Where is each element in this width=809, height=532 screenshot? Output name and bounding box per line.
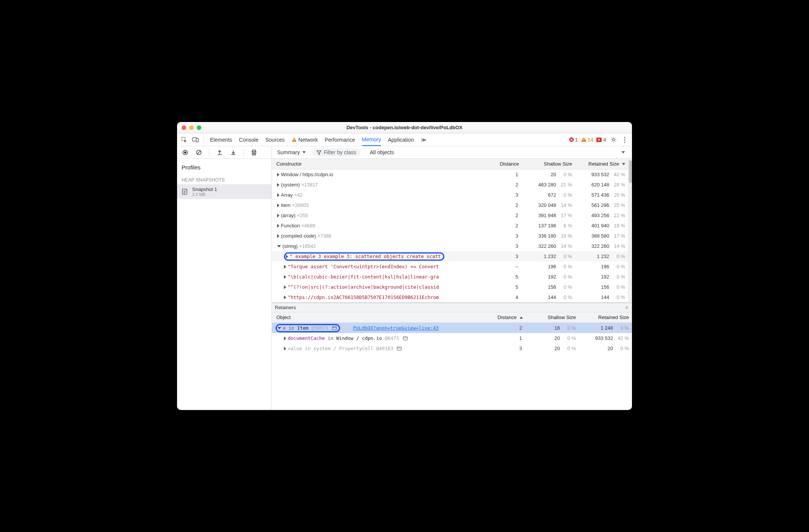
table-row[interactable]: Item ×200032320 04814 %561 29625 % bbox=[272, 200, 628, 210]
upload-icon[interactable] bbox=[215, 148, 224, 156]
warning-count[interactable]: 14 bbox=[581, 137, 594, 143]
chevron-right-icon bbox=[284, 336, 286, 340]
retainers-menu-icon[interactable]: ≡ bbox=[625, 305, 629, 310]
chevron-down-icon bbox=[278, 327, 281, 329]
col-retained[interactable]: Retained Size bbox=[574, 160, 627, 167]
cell-retained: 388 58017 % bbox=[574, 231, 627, 241]
row-label: (system) bbox=[281, 180, 300, 190]
chevron-down-icon[interactable] bbox=[622, 151, 625, 153]
zoom-window-button[interactable] bbox=[197, 125, 201, 130]
table-row[interactable]: " example 3 example 3: scattered objects… bbox=[272, 251, 628, 261]
table-row[interactable]: (string) ×165423322 26014 %322 26014 % bbox=[272, 241, 628, 251]
cell-distance: 3 bbox=[490, 231, 521, 241]
row-label: (array) bbox=[281, 211, 295, 221]
tab-console[interactable]: Console bbox=[239, 133, 258, 146]
cell-distance: 5 bbox=[490, 272, 521, 282]
table-row[interactable]: (compiled code) ×73863336 18015 %388 580… bbox=[272, 231, 628, 241]
tab-performance[interactable]: Performance bbox=[325, 133, 355, 146]
tab-label: Console bbox=[239, 137, 258, 143]
retainers-rows: x in Item @38071PoLdbOX?anon=true&view=l… bbox=[272, 323, 632, 354]
col-distance[interactable]: Distance bbox=[486, 314, 524, 321]
download-icon[interactable] bbox=[229, 148, 237, 156]
row-count: ×13817 bbox=[301, 180, 318, 190]
col-distance[interactable]: Distance bbox=[490, 160, 521, 167]
svg-rect-2 bbox=[196, 138, 199, 142]
svg-point-8 bbox=[624, 137, 625, 138]
table-row[interactable]: (array) ×2552391 94817 %493 25622 % bbox=[272, 210, 628, 221]
retainers-header: Object Distance Shallow Size Retained Si… bbox=[272, 312, 632, 323]
row-label: "\b(calc|cubic-bezier|fit-content|hsl|hs… bbox=[288, 272, 439, 282]
table-row[interactable]: "\b(calc|cubic-bezier|fit-content|hsl|hs… bbox=[272, 272, 628, 282]
cell-distance: 1 bbox=[490, 170, 521, 180]
cell-distance: 2 bbox=[486, 323, 524, 333]
inspect-icon[interactable] bbox=[180, 136, 188, 144]
cell-shallow: 200 % bbox=[521, 170, 574, 180]
tab-elements[interactable]: Elements bbox=[210, 133, 232, 146]
cell-distance: – bbox=[490, 262, 521, 272]
source-link[interactable]: PoLdbOX?anon=true&view=live:43 bbox=[353, 323, 439, 333]
warning-icon bbox=[581, 137, 586, 142]
kebab-menu-icon[interactable] bbox=[621, 136, 629, 144]
row-label: "https://cdpn.io2AC766158D5B7507E170156E… bbox=[288, 293, 439, 302]
table-row[interactable]: "Torque assert 'Convert<uintptr>(endInde… bbox=[272, 261, 628, 272]
row-label: "^(?!on|src|(?:action|archive|background… bbox=[288, 282, 439, 292]
tabs-overflow[interactable]: ≫ bbox=[421, 133, 426, 146]
table-row[interactable]: Function ×46892137 1966 %401 94018 % bbox=[272, 221, 628, 231]
error-count[interactable]: 1 bbox=[569, 137, 578, 143]
tab-application[interactable]: Application bbox=[388, 133, 414, 146]
frame-icon bbox=[397, 347, 401, 350]
retainer-row[interactable]: value in system / PropertyCell @40163320… bbox=[272, 343, 632, 354]
issue-icon: ✕ bbox=[596, 138, 602, 142]
table-row[interactable]: (system) ×138172463 28021 %620 14828 % bbox=[272, 180, 628, 190]
close-window-button[interactable] bbox=[182, 125, 186, 130]
row-label: Array bbox=[281, 190, 293, 200]
upper-area: Constructor Distance Shallow Size Retain… bbox=[272, 159, 632, 303]
cell-distance: 5 bbox=[490, 282, 521, 292]
retainers-title: Retainers bbox=[275, 305, 296, 310]
cell-distance: 3 bbox=[490, 190, 521, 200]
cell-retained: 200 % bbox=[577, 344, 630, 354]
col-shallow[interactable]: Shallow Size bbox=[521, 160, 574, 167]
cell-distance: 3 bbox=[486, 344, 524, 354]
row-label: Item bbox=[281, 200, 290, 210]
class-filter[interactable]: Filter by class bbox=[312, 148, 361, 156]
tab-network[interactable]: Network bbox=[292, 133, 318, 146]
col-object[interactable]: Object bbox=[275, 314, 486, 321]
perspective-select[interactable]: Summary bbox=[276, 149, 307, 156]
settings-icon[interactable] bbox=[609, 136, 618, 144]
chevron-right-icon bbox=[277, 183, 279, 187]
gc-icon[interactable] bbox=[250, 148, 258, 156]
tab-sources[interactable]: Sources bbox=[265, 133, 285, 146]
retainer-row[interactable]: documentCache in Window / cdpn.io @64731… bbox=[272, 333, 632, 343]
objects-select[interactable]: All objects bbox=[368, 149, 395, 156]
row-label: (string) bbox=[282, 241, 298, 251]
row-count: ×7386 bbox=[318, 231, 332, 241]
warning-icon bbox=[292, 137, 297, 142]
cell-shallow: 6720 % bbox=[521, 190, 574, 200]
scrollbar-thumb[interactable] bbox=[629, 160, 632, 183]
tab-memory[interactable]: Memory bbox=[362, 133, 381, 146]
snapshot-size: 2.2 MB bbox=[192, 192, 217, 197]
chevron-right-icon bbox=[284, 275, 286, 279]
tab-label: Elements bbox=[210, 137, 232, 143]
issue-count[interactable]: ✕ 4 bbox=[596, 137, 606, 143]
minimize-window-button[interactable] bbox=[189, 125, 194, 130]
table-row[interactable]: Array ×4236720 %571 43625 % bbox=[272, 190, 628, 200]
device-toolbar-icon[interactable] bbox=[191, 136, 200, 144]
table-row[interactable]: "^(?!on|src|(?:action|archive|background… bbox=[272, 282, 628, 292]
table-row[interactable]: Window / https://cdpn.io1200 %933 53242 … bbox=[272, 169, 628, 180]
cell-shallow: 200 % bbox=[524, 344, 577, 354]
retainer-label: documentCache in Window / cdpn.io @6473 bbox=[288, 333, 399, 343]
retainer-row[interactable]: x in Item @38071PoLdbOX?anon=true&view=l… bbox=[272, 323, 632, 333]
col-constructor[interactable]: Constructor bbox=[275, 160, 490, 167]
retainer-label: x in Item @38071 bbox=[283, 323, 328, 333]
svg-line-14 bbox=[197, 151, 201, 154]
table-row[interactable]: "https://cdpn.io2AC766158D5B7507E170156E… bbox=[272, 292, 628, 302]
cell-distance: 4 bbox=[490, 293, 521, 302]
scrollbar[interactable] bbox=[628, 159, 632, 303]
snapshot-item[interactable]: Snapshot 1 2.2 MB bbox=[177, 184, 271, 199]
col-retained[interactable]: Retained Size bbox=[577, 314, 630, 321]
col-shallow[interactable]: Shallow Size bbox=[524, 314, 577, 321]
clear-icon[interactable] bbox=[194, 148, 203, 156]
record-icon[interactable] bbox=[181, 148, 189, 156]
